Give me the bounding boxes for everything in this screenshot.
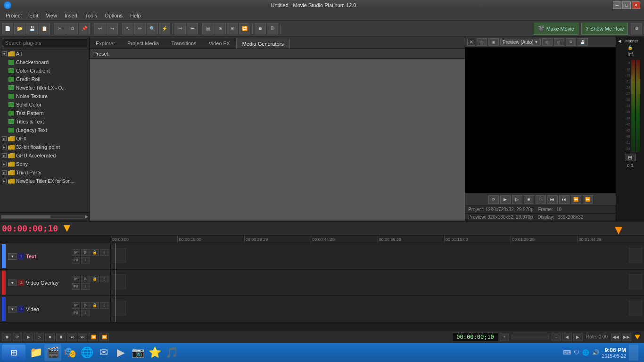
preview-layout-btn[interactable]: ⊞	[477, 38, 487, 46]
tree-item-credit-roll[interactable]: Credit Roll	[0, 75, 89, 83]
save-as-button[interactable]: 📋	[39, 23, 50, 34]
preview-save-btn[interactable]: 💾	[578, 38, 588, 46]
preview-slow-btn[interactable]: ⏪	[571, 195, 581, 204]
tree-item-checkerboard[interactable]: Checkerboard	[0, 58, 89, 66]
track-mute-2[interactable]: M	[72, 276, 80, 282]
menu-view[interactable]: View	[42, 12, 61, 19]
tl-zoom-out[interactable]: −	[552, 333, 561, 341]
search-input[interactable]	[2, 39, 87, 47]
expand-gpu[interactable]: ▸	[2, 153, 7, 158]
expand-sony[interactable]: ▸	[2, 162, 7, 166]
track-down-3[interactable]: ↓	[81, 310, 90, 316]
tree-item-newblue[interactable]: NewBlue Titler EX - O...	[0, 83, 89, 92]
tl-rate-left[interactable]: ◀◀	[611, 333, 620, 341]
track-solo-3[interactable]: S	[81, 302, 90, 309]
track-solo-2[interactable]: S	[81, 276, 90, 282]
menu-options[interactable]: Options	[101, 12, 126, 19]
menu-project[interactable]: Project	[2, 12, 25, 19]
tree-item-solid-color[interactable]: Solid Color	[0, 100, 89, 109]
taskbar-icon-app8[interactable]: 🎵	[163, 344, 180, 361]
taskbar-icon-app2[interactable]: 🎭	[61, 344, 78, 361]
taskbar-icon-explorer[interactable]: 📁	[27, 344, 44, 361]
zoom-tool[interactable]: 🔍	[147, 23, 158, 34]
preview-mode-btn[interactable]: ▣	[488, 38, 499, 46]
track-expand-1[interactable]: ▾	[8, 253, 17, 260]
tl-prev-btn[interactable]: ⏮	[67, 333, 76, 341]
tab-video-fx[interactable]: Video FX	[203, 38, 236, 49]
open-button[interactable]: 📂	[14, 23, 25, 34]
trim-button[interactable]: ⊣	[174, 23, 186, 34]
track-down-2[interactable]: ↓	[81, 283, 90, 290]
tl-rate-right[interactable]: ▶▶	[622, 333, 631, 341]
track-lock-1[interactable]: 🔒	[91, 249, 99, 256]
taskbar-icon-app7[interactable]: ⭐	[146, 344, 163, 361]
preview-split-btn[interactable]: ⊞	[554, 38, 564, 46]
track-down-1[interactable]: ↓	[81, 257, 90, 263]
taskbar-icon-app6[interactable]: 📷	[129, 344, 146, 361]
preview-mode-dropdown[interactable]: Preview (Auto) ▼	[500, 39, 541, 46]
track-lock-2[interactable]: 🔒	[91, 276, 99, 282]
paste-button[interactable]: 📌	[79, 23, 90, 34]
menu-edit[interactable]: Edit	[25, 12, 42, 19]
fader-icon[interactable]: ⊞	[625, 154, 636, 161]
tree-item-legacy-text[interactable]: (Legacy) Text	[0, 126, 89, 134]
make-movie-button[interactable]: 🎬 Make Movie	[534, 23, 578, 35]
loop-button[interactable]: 🔁	[239, 23, 250, 34]
taskbar-icon-app5[interactable]: ▶	[112, 344, 129, 361]
tray-icon-keyboard[interactable]: ⌨	[563, 349, 571, 356]
show-me-how-button[interactable]: ? Show Me How	[581, 23, 628, 35]
menu-help[interactable]: Help	[126, 12, 145, 19]
start-button[interactable]: ⊞	[2, 345, 25, 361]
track-body-3[interactable]	[111, 296, 644, 322]
tl-pause-btn[interactable]: ⏸	[56, 333, 66, 341]
tree-item-test-pattern[interactable]: Test Pattern	[0, 109, 89, 117]
redo-button[interactable]: ↪	[107, 23, 118, 34]
maximize-button[interactable]: □	[622, 1, 631, 9]
preview-play2-btn[interactable]: ▷	[512, 195, 522, 204]
track-fx-1[interactable]: FX	[72, 257, 80, 263]
tree-item-newblue-son[interactable]: ▸ NewBlue Titler EX for Son...	[0, 177, 89, 185]
tl-slow-btn[interactable]: ⏪	[89, 333, 98, 341]
taskbar-icon-app4[interactable]: ✉	[95, 344, 112, 361]
snap-button[interactable]: ⊕	[215, 23, 226, 34]
tree-item-third-party[interactable]: ▸ Third Party	[0, 168, 89, 177]
tree-item-sony[interactable]: ▸ Sony	[0, 160, 89, 168]
grid-button[interactable]: ⊞	[227, 23, 238, 34]
preview-prev-frame-btn[interactable]: ⏮	[547, 195, 558, 204]
preview-close-icon[interactable]: ✕	[467, 39, 475, 46]
tl-fast-btn[interactable]: ⏩	[99, 333, 109, 341]
undo-button[interactable]: ↩	[94, 23, 106, 34]
track-expand-2[interactable]: ▾	[8, 280, 17, 286]
tl-play-fast-btn[interactable]: ▷	[34, 333, 44, 341]
expand-newblue-son[interactable]: ▸	[2, 179, 7, 183]
taskbar-clock[interactable]: 9:06 PM 2015-05-22	[602, 347, 626, 359]
preview-pause-btn[interactable]: ⏸	[536, 195, 546, 204]
save-button[interactable]: 💾	[26, 23, 38, 34]
mix-button[interactable]: 🎚	[267, 23, 278, 34]
tab-transitions[interactable]: Transitions	[165, 38, 202, 49]
tree-item-gpu[interactable]: ▸ GPU Accelerated	[0, 151, 89, 160]
track-more-2[interactable]: ⋮	[100, 276, 108, 282]
extra-button[interactable]: ⚙	[631, 23, 642, 34]
preview-next-frame-btn[interactable]: ⏭	[559, 195, 570, 204]
preview-play-btn[interactable]: ▶	[500, 195, 511, 204]
crop-button[interactable]: ⊢	[187, 23, 198, 34]
tl-next-btn[interactable]: ⏭	[78, 333, 87, 341]
track-body-2[interactable]	[111, 270, 644, 296]
select-tool[interactable]: ↖	[122, 23, 133, 34]
track-mute-1[interactable]: M	[72, 249, 80, 256]
expand-32bit[interactable]: ▸	[2, 145, 7, 149]
tree-item-noise[interactable]: Noise Texture	[0, 92, 89, 100]
tab-project-media[interactable]: Project Media	[121, 38, 165, 49]
tab-explorer[interactable]: Explorer	[90, 38, 121, 49]
preview-fast-btn[interactable]: ⏩	[583, 195, 593, 204]
split-tool[interactable]: ⚡	[159, 23, 170, 34]
tree-item-all[interactable]: ▾ All	[0, 49, 89, 58]
tray-icon-network[interactable]: 🌐	[582, 349, 589, 356]
track-fx-2[interactable]: FX	[72, 283, 80, 290]
scroll-right-arrow[interactable]: ▶	[85, 214, 88, 219]
tree-item-color-gradient[interactable]: Color Gradient	[0, 66, 89, 75]
show-desktop-btn[interactable]	[629, 345, 638, 361]
new-button[interactable]: 📄	[2, 23, 13, 34]
tl-scroll-left[interactable]: ◀	[562, 333, 572, 341]
